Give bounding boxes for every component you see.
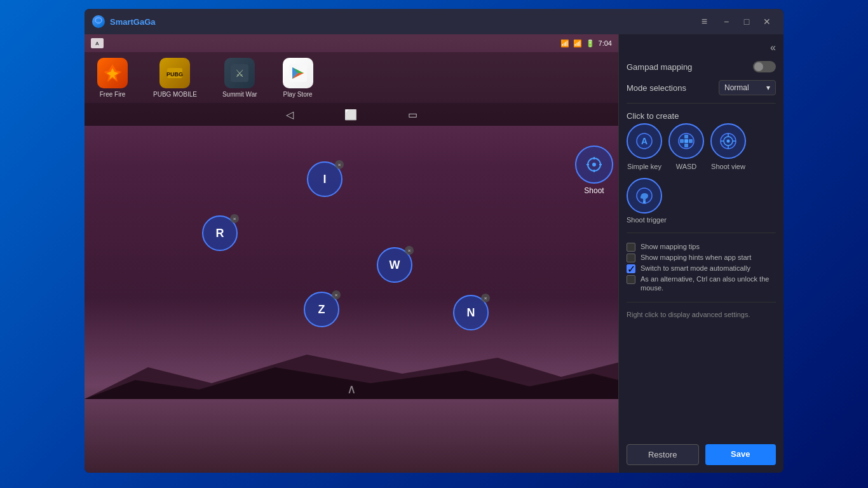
home-button[interactable]: ⬜ <box>344 109 357 121</box>
key-button-W[interactable]: W × <box>377 247 412 283</box>
mode-value: Normal <box>724 83 749 92</box>
restore-button[interactable]: Restore <box>627 444 699 465</box>
divider-3 <box>627 302 776 302</box>
shoot-label: Shoot <box>584 186 604 195</box>
right-click-hint: Right click to display advanced settings… <box>627 310 776 320</box>
checkbox-ctrl-unlock[interactable] <box>627 275 635 284</box>
nav-bar: ◁ ⬜ ▭ <box>85 103 618 126</box>
main-window: SmartGaGa ≡ − □ ✕ A 📶 📶 🔋 7 <box>85 9 783 473</box>
taskbar-item-summitwar[interactable]: ⚔ Summit War <box>222 58 257 98</box>
collapse-button[interactable]: « <box>770 42 776 53</box>
app-title: SmartGaGa <box>110 17 156 27</box>
checkbox-row-1: Show mapping hints when app start <box>627 253 776 262</box>
playstore-icon <box>283 58 313 88</box>
save-button[interactable]: Save <box>705 444 776 465</box>
svg-rect-23 <box>684 139 688 143</box>
divider-1 <box>627 103 776 104</box>
shoot-button-container: Shoot <box>575 146 613 195</box>
key-button-N[interactable]: N × <box>453 295 489 330</box>
checkboxes-section: Show mapping tips Show mapping hints whe… <box>627 241 776 294</box>
summitwar-label: Summit War <box>222 91 257 98</box>
svg-text:PUBG: PUBG <box>166 71 183 78</box>
gampad-mapping-row: Gampad mapping <box>627 61 776 72</box>
signal-icon: 📶 <box>573 39 582 48</box>
checkbox-label-2: Switch to smart mode automatically <box>641 264 750 273</box>
svg-rect-22 <box>680 139 684 143</box>
svg-point-5 <box>592 163 596 166</box>
freefire-label: Free Fire <box>100 91 126 98</box>
chevron-down-icon: ▾ <box>766 83 770 92</box>
wifi-icon: 📶 <box>560 39 569 48</box>
svg-point-1 <box>97 22 100 24</box>
taskbar-item-freefire[interactable]: Free Fire <box>97 58 128 98</box>
close-key-W[interactable]: × <box>405 246 414 255</box>
shoot-trigger-button[interactable] <box>627 178 776 214</box>
svg-text:A: A <box>641 136 648 146</box>
freefire-icon <box>97 58 128 88</box>
minimize-button[interactable]: − <box>717 15 735 28</box>
mode-select-dropdown[interactable]: Normal ▾ <box>719 80 776 95</box>
checkbox-show-mapping-hints[interactable] <box>627 254 635 262</box>
click-to-create-title: Click to create <box>627 111 776 121</box>
wasd-circle <box>668 123 704 159</box>
close-key-R[interactable]: × <box>230 214 239 223</box>
shoot-button[interactable] <box>575 146 613 184</box>
title-bar: SmartGaGa ≡ − □ ✕ <box>85 9 783 34</box>
shoot-trigger-label: Shoot trigger <box>627 216 667 224</box>
mode-selections-label: Mode selections <box>627 83 686 93</box>
svg-rect-25 <box>684 144 688 147</box>
key-button-I[interactable]: I × <box>307 161 342 197</box>
status-bar-left: A <box>91 38 104 48</box>
pubg-icon: PUBG <box>159 58 190 88</box>
svg-rect-21 <box>684 135 688 139</box>
svg-point-28 <box>727 140 730 143</box>
key-button-R[interactable]: R × <box>202 215 238 251</box>
divider-2 <box>627 233 776 233</box>
checkbox-row-0: Show mapping tips <box>627 242 776 252</box>
battery-icon: 🔋 <box>586 39 595 48</box>
back-button[interactable]: ◁ <box>286 109 294 121</box>
pubg-label: PUBG MOBILE <box>153 91 197 98</box>
create-simple-key[interactable]: A Simple key <box>627 123 662 170</box>
shoot-view-label: Shoot view <box>711 163 745 170</box>
status-indicator: A <box>91 38 104 48</box>
right-panel: « Gampad mapping Mode selections Normal … <box>618 34 783 473</box>
taskbar-item-playstore[interactable]: Play Store <box>283 58 313 98</box>
status-bar-right: 📶 📶 🔋 7:04 <box>560 39 612 48</box>
menu-icon[interactable]: ≡ <box>696 13 712 30</box>
time-display: 7:04 <box>599 39 612 47</box>
create-shoot-view[interactable]: Shoot view <box>710 123 746 170</box>
svg-rect-34 <box>643 201 646 203</box>
gampad-mapping-toggle[interactable] <box>753 61 776 72</box>
recent-button[interactable]: ▭ <box>408 109 417 121</box>
checkbox-row-2: ✓ Switch to smart mode automatically <box>627 264 776 273</box>
checkbox-label-3: As an alternative, Ctrl can also unlock … <box>641 274 776 293</box>
svg-text:⚔: ⚔ <box>235 68 244 79</box>
summitwar-icon: ⚔ <box>224 58 255 88</box>
svg-rect-24 <box>689 139 693 143</box>
simple-key-label: Simple key <box>627 163 661 170</box>
up-arrow[interactable]: ∧ <box>347 381 356 396</box>
checkbox-show-mapping-tips[interactable] <box>627 243 635 252</box>
shoot-trigger-section: Shoot trigger <box>627 178 776 225</box>
panel-buttons: Restore Save <box>627 444 776 465</box>
emulator-screen: A 📶 📶 🔋 7:04 I × R × <box>85 34 618 473</box>
close-key-N[interactable]: × <box>481 294 490 302</box>
maximize-button[interactable]: □ <box>738 15 756 28</box>
mode-selections-row: Mode selections Normal ▾ <box>627 80 776 95</box>
title-bar-left: SmartGaGa <box>92 15 156 28</box>
checkbox-switch-smart-mode[interactable]: ✓ <box>627 264 635 273</box>
playstore-label: Play Store <box>283 91 312 98</box>
panel-header: « <box>627 42 776 53</box>
create-wasd[interactable]: WASD <box>668 123 704 170</box>
key-button-Z[interactable]: Z × <box>304 292 339 327</box>
click-to-create-section: Click to create A Simple key <box>627 111 776 170</box>
checkbox-label-0: Show mapping tips <box>641 242 700 251</box>
taskbar-item-pubg[interactable]: PUBG PUBG MOBILE <box>153 58 197 98</box>
close-key-Z[interactable]: × <box>332 290 341 299</box>
logo-icon <box>92 15 105 28</box>
close-key-I[interactable]: × <box>335 160 344 169</box>
close-button[interactable]: ✕ <box>758 15 776 28</box>
simple-key-circle: A <box>627 123 662 159</box>
taskbar: Free Fire PUBG PUBG MOBILE <box>85 52 618 103</box>
